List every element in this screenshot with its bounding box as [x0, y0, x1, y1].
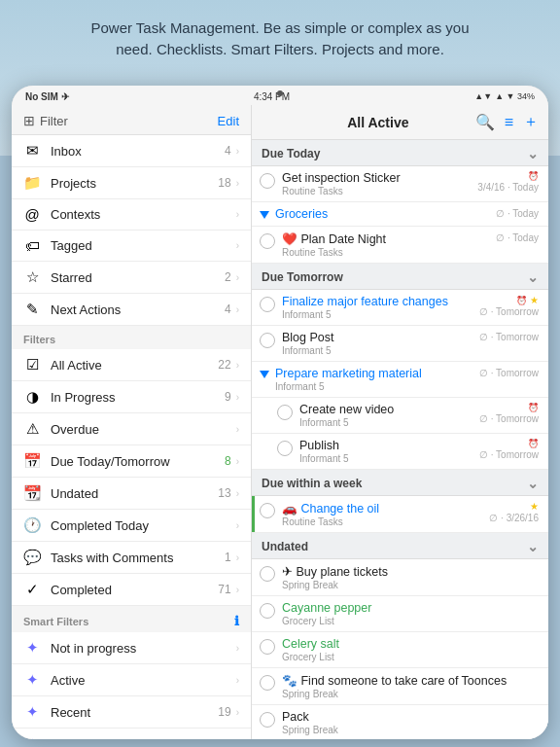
- smart-filter-item-active[interactable]: ✦ Active ›: [12, 664, 251, 696]
- projects-icon: 📁: [21, 174, 43, 192]
- filter-options-icon[interactable]: ≡: [505, 114, 513, 131]
- checkbox-t9[interactable]: [260, 503, 275, 518]
- task-subtitle-t14: Spring Break: [282, 725, 535, 735]
- add-task-icon[interactable]: ＋: [523, 112, 539, 132]
- section-header-undated: Undated ⌄: [252, 533, 548, 559]
- inbox-count: 4: [225, 144, 231, 158]
- checkbox-t10[interactable]: [260, 566, 275, 582]
- sidebar-item-projects[interactable]: 📁 Projects 18 ›: [12, 167, 251, 199]
- section-collapse-undated[interactable]: ⌄: [527, 539, 539, 554]
- task-item-t11[interactable]: Cayanne pepperGrocery List: [252, 596, 548, 632]
- task-info-t8: PublishInformant 5: [299, 439, 475, 464]
- app-header: Power Task Management. Be as simple or c…: [0, 0, 560, 70]
- task-item-t10[interactable]: ✈ Buy plane ticketsSpring Break: [252, 559, 548, 596]
- task-item-t13[interactable]: 🐾 Find someone to take care of TooncesSp…: [252, 668, 548, 705]
- search-icon[interactable]: 🔍: [475, 113, 495, 131]
- due-today-count: 8: [225, 454, 231, 468]
- task-date-t3: ∅ · Today: [496, 232, 539, 243]
- task-item-t3[interactable]: ❤️ Plan Date NightRoutine Tasks∅ · Today: [252, 227, 548, 264]
- checkbox-t14[interactable]: [260, 712, 275, 728]
- edit-button[interactable]: Edit: [218, 114, 239, 128]
- checkbox-t11[interactable]: [260, 603, 275, 619]
- recent-count: 19: [218, 705, 230, 719]
- task-icons-t7: ⏰: [528, 403, 539, 412]
- section-header-due-today: Due Today ⌄: [252, 140, 548, 166]
- undated-icon: 📆: [21, 484, 43, 502]
- contexts-chevron: ›: [236, 209, 239, 220]
- completed-today-icon: 🕐: [21, 516, 43, 534]
- task-meta-t4: ⏰★∅ · Tomorrow: [479, 295, 539, 317]
- next-actions-label: Next Actions: [51, 302, 225, 317]
- filter-item-all-active[interactable]: ☑ All Active 22 ›: [12, 349, 251, 381]
- no-folder-chevron: ›: [236, 739, 239, 740]
- all-active-count: 22: [218, 358, 230, 372]
- expand-icon-t2[interactable]: [260, 211, 269, 219]
- checkbox-t3[interactable]: [260, 233, 275, 249]
- section-title-due-today: Due Today: [262, 147, 320, 160]
- no-folder-label: No Folder: [51, 737, 225, 740]
- filter-item-due-today[interactable]: 📅 Due Today/Tomorrow 8 ›: [12, 445, 251, 478]
- not-in-progress-chevron: ›: [236, 643, 239, 654]
- section-collapse-due-today[interactable]: ⌄: [527, 146, 539, 161]
- task-subtitle-t9: Routine Tasks: [282, 516, 485, 527]
- filter-item-completed[interactable]: ✓ Completed 71 ›: [12, 574, 251, 606]
- task-item-t1[interactable]: Get inspection StickerRoutine Tasks⏰3/4/…: [252, 166, 548, 202]
- sidebar-item-next-actions[interactable]: ✎ Next Actions 4 ›: [12, 294, 251, 326]
- filter-item-completed-today[interactable]: 🕐 Completed Today ›: [12, 510, 251, 542]
- task-item-t6[interactable]: Prepare marketing materialInformant 5∅ ·…: [252, 362, 548, 398]
- task-item-t4[interactable]: Finalize major feature changesInformant …: [252, 290, 548, 326]
- inbox-icon: ✉: [21, 142, 43, 160]
- smart-filters-info-icon[interactable]: ℹ: [234, 614, 239, 628]
- task-item-t5[interactable]: Blog PostInformant 5∅ · Tomorrow: [252, 326, 548, 362]
- task-item-t9[interactable]: 🚗 Change the oilRoutine Tasks★∅ · 3/26/1…: [252, 496, 548, 533]
- tasks-list: Due Today ⌄ Get inspection StickerRoutin…: [252, 140, 548, 739]
- no-folder-count: 4: [225, 737, 231, 739]
- checkbox-t5[interactable]: [260, 333, 275, 348]
- section-collapse-due-week[interactable]: ⌄: [527, 476, 539, 491]
- sidebar-items-list: ✉ Inbox 4 › 📁 Projects 18 › @ Contexts ›…: [12, 135, 251, 326]
- task-meta-t9: ★∅ · 3/26/16: [489, 501, 539, 523]
- expand-icon-t6[interactable]: [260, 371, 269, 378]
- sidebar-item-tagged[interactable]: 🏷 Tagged ›: [12, 231, 251, 262]
- task-title-t3: ❤️ Plan Date Night: [282, 231, 492, 246]
- task-subtitle-t13: Spring Break: [282, 689, 535, 699]
- task-meta-t2: ∅ · Today: [496, 207, 539, 219]
- task-date-t2: ∅ · Today: [496, 208, 539, 219]
- filter-item-overdue[interactable]: ⚠ Overdue ›: [12, 413, 251, 445]
- tasks-comments-icon: 💬: [21, 549, 43, 566]
- task-info-t10: ✈ Buy plane ticketsSpring Break: [282, 564, 535, 590]
- task-item-t7[interactable]: Create new videoInformant 5⏰∅ · Tomorrow: [252, 398, 548, 434]
- task-item-t2[interactable]: Groceries∅ · Today: [252, 202, 548, 227]
- filter-item-tasks-comments[interactable]: 💬 Tasks with Comments 1 ›: [12, 542, 251, 574]
- sidebar-item-starred[interactable]: ☆ Starred 2 ›: [12, 262, 251, 294]
- in-progress-chevron: ›: [236, 392, 239, 403]
- checkbox-t8[interactable]: [277, 441, 293, 456]
- checkbox-t4[interactable]: [260, 297, 275, 312]
- smart-filter-item-no-folder[interactable]: ✦ No Folder 4 ›: [12, 729, 251, 739]
- filter-item-undated[interactable]: 📆 Undated 13 ›: [12, 478, 251, 510]
- header-right-icons[interactable]: 🔍 ≡ ＋: [475, 112, 539, 132]
- checkbox-t12[interactable]: [260, 639, 275, 655]
- camera-dot: [277, 90, 283, 96]
- smart-filter-item-recent[interactable]: ✦ Recent 19 ›: [12, 696, 251, 729]
- all-active-icon: ☑: [21, 356, 43, 374]
- sidebar-item-inbox[interactable]: ✉ Inbox 4 ›: [12, 135, 251, 167]
- contexts-icon: @: [21, 206, 43, 223]
- checkbox-t13[interactable]: [260, 675, 275, 691]
- task-item-t12[interactable]: Celery saltGrocery List: [252, 632, 548, 668]
- smart-filter-items-list: ✦ Not in progress › ✦ Active › ✦ Recent …: [12, 632, 251, 739]
- completed-today-label: Completed Today: [51, 518, 236, 533]
- task-item-t8[interactable]: PublishInformant 5⏰∅ · Tomorrow: [252, 434, 548, 470]
- task-item-t14[interactable]: PackSpring Break: [252, 705, 548, 739]
- due-today-label: Due Today/Tomorrow: [51, 454, 225, 469]
- checkbox-t1[interactable]: [260, 173, 275, 189]
- filter-item-in-progress[interactable]: ◑ In Progress 9 ›: [12, 381, 251, 413]
- checkbox-t7[interactable]: [277, 405, 293, 420]
- smart-filter-item-not-in-progress[interactable]: ✦ Not in progress ›: [12, 632, 251, 664]
- task-date-t8: ∅ · Tomorrow: [479, 449, 539, 460]
- active-chevron: ›: [236, 675, 239, 686]
- sidebar-item-contexts[interactable]: @ Contexts ›: [12, 199, 251, 231]
- not-in-progress-smart-icon: ✦: [21, 639, 43, 657]
- section-collapse-due-tomorrow[interactable]: ⌄: [527, 269, 539, 285]
- tagged-label: Tagged: [51, 238, 236, 253]
